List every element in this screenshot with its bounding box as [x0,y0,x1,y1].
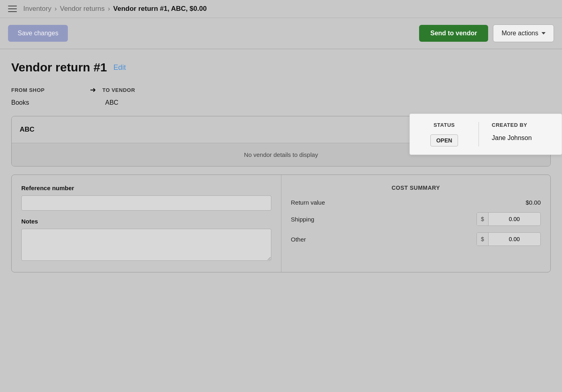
more-actions-button[interactable]: More actions [493,24,554,42]
shipping-currency: $ [477,213,489,225]
top-nav: Inventory › Vendor returns › Vendor retu… [0,0,562,18]
breadcrumb-inventory[interactable]: Inventory [23,5,51,13]
toolbar: Save changes Send to vendor More actions [0,18,562,49]
notes-input[interactable] [21,229,271,261]
other-input[interactable] [489,233,525,246]
notes-label: Notes [21,218,271,225]
other-label: Other [291,236,306,243]
status-panel: STATUS OPEN CREATED BY Jane Johnson [409,114,562,155]
edit-link[interactable]: Edit [113,63,126,72]
info-row: FROM SHOP ➜ TO VENDOR Books ABC [11,85,551,106]
from-to-section: FROM SHOP ➜ TO VENDOR Books ABC [11,85,551,106]
status-column: STATUS OPEN [423,122,479,146]
breadcrumb: Inventory › Vendor returns › Vendor retu… [23,5,207,13]
from-to-values: Books ABC [11,99,551,106]
created-column: CREATED BY Jane Johnson [479,122,532,142]
reference-number-label: Reference number [21,185,271,191]
shipping-input-wrap: $ [476,212,541,226]
right-column: COST SUMMARY Return value $0.00 Shipping… [281,175,551,272]
created-by-label: CREATED BY [492,122,527,128]
to-value: ABC [105,99,118,106]
shipping-row: Shipping $ [291,212,541,226]
return-value-row: Return value $0.00 [291,199,541,206]
breadcrumb-sep-1: › [55,5,57,12]
breadcrumb-vendor-returns[interactable]: Vendor returns [60,5,105,13]
arrow-icon: ➜ [90,85,96,94]
page-title-row: Vendor return #1 Edit [11,61,551,74]
other-row: Other $ [291,232,541,246]
created-by-value: Jane Johnson [492,134,532,142]
main-content: Vendor return #1 Edit FROM SHOP ➜ TO VEN… [0,49,562,284]
send-to-vendor-button[interactable]: Send to vendor [419,25,488,42]
other-currency: $ [477,233,489,246]
bottom-section: Reference number Notes COST SUMMARY Retu… [11,175,551,272]
to-vendor-label: TO VENDOR [102,87,135,93]
breadcrumb-current: Vendor return #1, ABC, $0.00 [113,5,207,13]
reference-number-input[interactable] [21,195,271,211]
shipping-label: Shipping [291,216,314,223]
no-vendor-details-text: No vendor details to display [244,151,318,158]
other-input-wrap: $ [476,232,541,246]
hamburger-menu[interactable] [8,6,17,12]
chevron-down-icon [542,32,546,35]
return-value: $0.00 [525,199,541,206]
from-value: Books [11,99,83,106]
status-label: STATUS [434,122,455,128]
left-column: Reference number Notes [12,175,281,272]
more-actions-label: More actions [501,30,538,37]
status-badge: OPEN [430,134,458,146]
page-title: Vendor return #1 [11,61,107,74]
from-shop-label: FROM SHOP [11,87,83,93]
shipping-input[interactable] [489,213,525,225]
breadcrumb-sep-2: › [108,5,110,12]
vendor-name: ABC [20,126,35,134]
return-value-label: Return value [291,199,325,206]
from-to-headers: FROM SHOP ➜ TO VENDOR [11,85,551,94]
save-changes-button[interactable]: Save changes [8,25,68,42]
cost-summary-title: COST SUMMARY [291,185,541,191]
